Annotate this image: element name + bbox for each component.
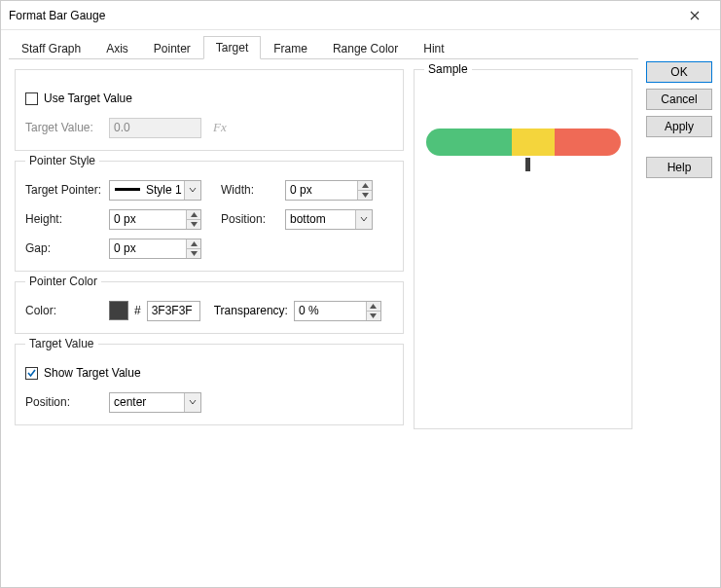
- help-button[interactable]: Help: [646, 157, 712, 178]
- tab-staff-graph[interactable]: Staff Graph: [9, 37, 93, 59]
- target-value-legend: Target Value: [25, 337, 98, 350]
- use-target-checkbox[interactable]: [25, 92, 38, 105]
- cancel-button[interactable]: Cancel: [646, 89, 712, 110]
- show-target-label: Show Target Value: [44, 366, 141, 380]
- transparency-label: Transparency:: [214, 304, 288, 317]
- gauge-seg-yellow: [512, 129, 555, 156]
- pointer-style-legend: Pointer Style: [25, 154, 99, 167]
- pointer-color-legend: Pointer Color: [25, 275, 101, 288]
- use-target-label: Use Target Value: [44, 92, 132, 105]
- color-hex-input[interactable]: [147, 301, 200, 321]
- pointer-color-group: Pointer Color Color: # Transparency:: [15, 281, 404, 334]
- tab-pointer[interactable]: Pointer: [141, 37, 203, 59]
- tab-range-color[interactable]: Range Color: [320, 37, 411, 59]
- height-spinner[interactable]: [109, 209, 201, 230]
- target-pointer-label: Target Pointer:: [25, 183, 103, 197]
- sample-panel: Sample: [414, 69, 632, 429]
- tabstrip: Staff Graph Axis Pointer Target Frame Ra…: [9, 36, 638, 59]
- gauge-seg-red: [555, 129, 621, 156]
- target-pointer-select[interactable]: Style 1: [109, 180, 201, 201]
- color-swatch[interactable]: [109, 301, 128, 320]
- hash-label: #: [134, 304, 141, 317]
- gauge-pointer-icon: [525, 158, 530, 171]
- spin-up-icon[interactable]: [186, 239, 200, 249]
- dialog-buttons: OK Cancel Apply Help: [646, 36, 712, 581]
- close-button[interactable]: [677, 4, 712, 27]
- gap-spinner[interactable]: [109, 239, 201, 259]
- fx-button[interactable]: Fx: [207, 120, 233, 135]
- spin-up-icon[interactable]: [366, 302, 380, 312]
- target-value-group: Target Value Show Target Value Position:…: [15, 344, 404, 425]
- height-label: Height:: [25, 212, 103, 226]
- use-target-group: Use Target Value Target Value: Fx: [15, 69, 404, 151]
- tab-hint[interactable]: Hint: [411, 37, 456, 59]
- target-value-label: Target Value:: [25, 121, 103, 134]
- tv-position-select[interactable]: center: [109, 392, 201, 413]
- gauge-seg-green: [426, 129, 512, 156]
- spin-down-icon[interactable]: [186, 220, 200, 229]
- spin-up-icon[interactable]: [186, 210, 200, 220]
- close-icon: [690, 11, 700, 20]
- position-select[interactable]: bottom: [285, 209, 373, 230]
- ok-button[interactable]: OK: [646, 61, 712, 83]
- tv-position-label: Position:: [25, 395, 103, 409]
- spin-down-icon[interactable]: [366, 312, 380, 320]
- transparency-spinner[interactable]: [294, 301, 381, 321]
- spin-down-icon[interactable]: [186, 249, 200, 258]
- spin-up-icon[interactable]: [357, 181, 372, 191]
- pointer-style-group: Pointer Style Target Pointer: Style 1: [15, 161, 404, 272]
- width-label: Width:: [221, 183, 279, 197]
- show-target-checkbox[interactable]: [25, 367, 38, 380]
- sample-legend: Sample: [424, 62, 472, 76]
- color-label: Color:: [25, 304, 103, 317]
- gap-label: Gap:: [25, 241, 103, 255]
- window-title: Format Bar Gauge: [9, 9, 677, 22]
- tab-frame[interactable]: Frame: [261, 37, 320, 59]
- target-value-input[interactable]: [109, 118, 201, 138]
- tab-target[interactable]: Target: [203, 36, 261, 59]
- sample-gauge: [424, 129, 622, 171]
- apply-button[interactable]: Apply: [646, 116, 712, 137]
- position-label: Position:: [221, 212, 279, 226]
- tab-axis[interactable]: Axis: [93, 37, 141, 59]
- titlebar: Format Bar Gauge: [1, 1, 720, 30]
- check-icon: [26, 368, 37, 379]
- width-spinner[interactable]: [285, 180, 373, 201]
- gauge-bar: [426, 129, 621, 156]
- spin-down-icon[interactable]: [357, 191, 372, 200]
